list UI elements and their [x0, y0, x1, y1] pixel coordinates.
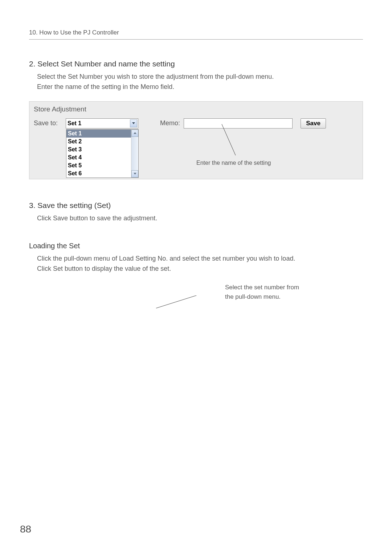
section2-title: 2. Select Set Number and name the settin…: [29, 60, 363, 68]
loading-title: Loading the Set: [29, 242, 363, 250]
saveto-dropdown[interactable]: Set 1: [66, 118, 138, 128]
scroll-down-icon[interactable]: [131, 170, 138, 177]
dropdown-scrollbar[interactable]: [131, 130, 138, 177]
dropdown-option[interactable]: Set 3: [66, 146, 131, 154]
dropdown-option[interactable]: Set 6: [66, 170, 131, 177]
store-adjustment-panel: Store Adjustment Save to: Set 1 Memo: Sa…: [29, 101, 363, 179]
scroll-up-icon[interactable]: [131, 130, 138, 137]
loading-body-line1: Click the pull-down menu of Load Setting…: [37, 254, 363, 264]
loading-body-line2: Click Set button to display the value of…: [37, 264, 363, 274]
svg-line-0: [222, 124, 236, 155]
scroll-track[interactable]: [131, 137, 138, 170]
loading-callout-line2: the pull-down menu.: [225, 292, 299, 302]
store-panel-title: Store Adjustment: [34, 105, 358, 113]
section2-body-line1: Select the Set Number you wish to store …: [37, 72, 363, 82]
memo-label: Memo:: [160, 119, 180, 127]
page-number: 88: [20, 523, 31, 535]
section3-title: 3. Save the setting (Set): [29, 201, 363, 210]
saveto-dropdown-list[interactable]: Set 1 Set 2 Set 3 Set 4 Set 5 Set 6: [66, 129, 139, 178]
section2-body-line2: Enter the name of the setting in the Mem…: [37, 82, 363, 92]
saveto-selected: Set 1: [68, 120, 81, 127]
dropdown-option[interactable]: Set 4: [66, 154, 131, 162]
section3-body: Click Save button to save the adjustment…: [37, 213, 363, 224]
dropdown-option[interactable]: Set 5: [66, 162, 131, 170]
dropdown-option[interactable]: Set 1: [66, 130, 131, 138]
memo-callout-text: Enter the name of the setting: [196, 160, 271, 166]
svg-line-1: [156, 295, 225, 308]
saveto-label: Save to:: [34, 119, 62, 127]
chapter-header: 10. How to Use the PJ Controller: [29, 29, 363, 40]
loading-callout-line1: Select the set number from: [225, 283, 299, 292]
dropdown-option[interactable]: Set 2: [66, 138, 131, 146]
save-button[interactable]: Save: [301, 118, 326, 128]
dropdown-arrow-icon[interactable]: [130, 119, 137, 127]
